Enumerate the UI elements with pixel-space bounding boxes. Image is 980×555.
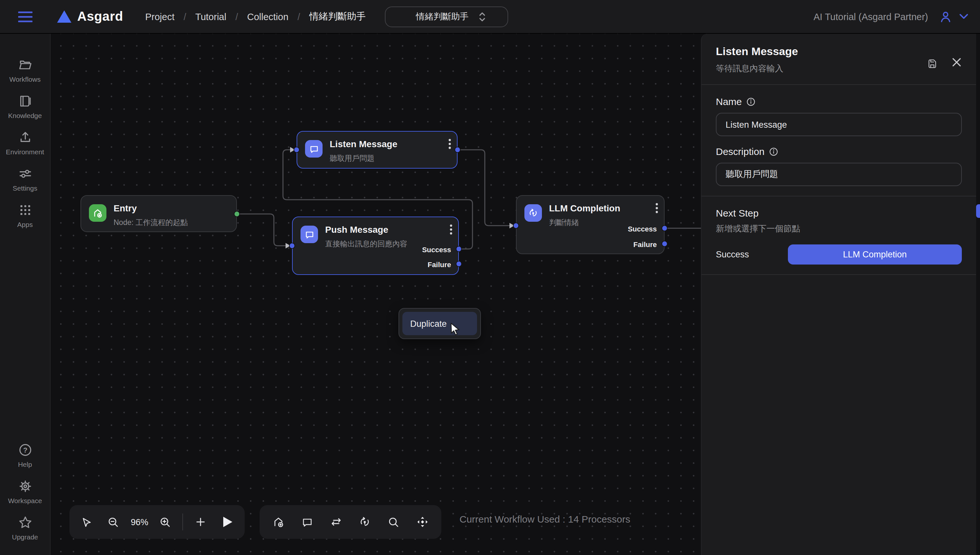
entry-home-plus-icon: [89, 204, 106, 222]
app-root: Asgard Project / Tutorial / Collection /…: [0, 0, 980, 555]
node-title: Push Message: [325, 225, 407, 236]
breadcrumb-tutorial[interactable]: Tutorial: [195, 11, 227, 22]
node-title: LLM Completion: [549, 203, 620, 214]
context-menu-item-label: Duplicate: [410, 319, 447, 329]
info-icon[interactable]: [769, 147, 778, 156]
sidebar-item-workspace[interactable]: Workspace: [0, 473, 50, 510]
sidebar-item-label: Environment: [6, 148, 44, 156]
fit-view-icon[interactable]: [412, 512, 432, 532]
node-title: Listen Message: [330, 139, 397, 150]
sidebar-item-workflows[interactable]: Workflows: [0, 52, 50, 88]
svg-text:?: ?: [23, 446, 27, 454]
output-label-failure: Failure: [428, 261, 451, 268]
chevron-updown-icon: [479, 11, 486, 22]
context-menu-item-duplicate[interactable]: Duplicate: [402, 312, 477, 335]
context-menu: Duplicate: [399, 308, 481, 339]
run-workflow-icon[interactable]: [218, 512, 237, 532]
sidebar-item-environment[interactable]: Environment: [0, 125, 50, 161]
node-llm-completion[interactable]: LLM Completion 判斷情緒 Success Failure: [516, 195, 665, 254]
node-subtitle: 聽取用戶問題: [330, 153, 397, 163]
message-node-tool-icon[interactable]: [298, 512, 317, 532]
save-icon[interactable]: [926, 57, 938, 69]
node-subtitle: Node: 工作流程的起點: [114, 218, 188, 227]
edge-arrowhead: [286, 243, 290, 249]
info-icon[interactable]: [747, 97, 755, 106]
next-step-title: Next Step: [716, 207, 962, 218]
navbar-right: AI Tutorial (Asgard Partner): [814, 10, 980, 24]
user-avatar-icon[interactable]: [938, 10, 953, 24]
breadcrumb-project[interactable]: Project: [145, 11, 174, 22]
panel-header: Listen Message 等待訊息內容輸入: [702, 34, 976, 85]
node-listen-message[interactable]: Listen Message 聽取用戶問題: [297, 131, 457, 168]
upload-icon: [17, 130, 33, 145]
breadcrumb-collection[interactable]: Collection: [247, 11, 288, 22]
canvas-toolbar-zoom: 96%: [69, 505, 245, 539]
pointer-tool-icon[interactable]: [77, 512, 97, 532]
node-title: Entry: [114, 203, 188, 214]
workflow-selector[interactable]: 情緒判斷助手: [385, 6, 509, 27]
brand-logo-icon: [57, 10, 71, 23]
sidebar-item-upgrade[interactable]: Upgrade: [0, 510, 50, 546]
breadcrumb: Project / Tutorial / Collection / 情緒判斷助手: [145, 10, 365, 23]
breadcrumb-separator: /: [298, 11, 300, 22]
sidebar-item-help[interactable]: ? Help: [0, 437, 50, 473]
kebab-menu-icon[interactable]: [654, 202, 660, 215]
next-step-section: Next Step 新增或選擇下一個節點 Success LLM Complet…: [702, 196, 976, 275]
node-subtitle: 判斷情緒: [549, 218, 620, 227]
sidebar-item-label: Workspace: [8, 497, 42, 504]
star-icon: [17, 515, 33, 530]
zoom-level[interactable]: 96%: [131, 517, 148, 527]
left-sidebar: Workflows Knowledge Environment Settings…: [0, 34, 51, 555]
node-push-message[interactable]: Push Message 直接輸出訊息的回應內容 Success Failure: [292, 217, 459, 275]
menu-icon[interactable]: [18, 11, 32, 22]
chevron-down-icon[interactable]: [959, 14, 968, 19]
sidebar-item-apps[interactable]: Apps: [0, 197, 50, 233]
name-input[interactable]: [716, 113, 962, 136]
panel-fields-section: Name Description: [702, 85, 976, 196]
output-label-success: Success: [422, 246, 451, 253]
entry-node-tool-icon[interactable]: [269, 512, 288, 532]
edge-listen-to-llm: [457, 150, 510, 226]
name-field-label: Name: [716, 96, 962, 107]
node-entry[interactable]: Entry Node: 工作流程的起點: [80, 195, 237, 232]
workflow-usage-status: Current Workflow Used : 14 Processors: [460, 513, 719, 525]
switch-node-tool-icon[interactable]: [327, 512, 346, 532]
apps-grid-icon: [17, 202, 33, 218]
sidebar-item-settings[interactable]: Settings: [0, 161, 50, 197]
toolbar-divider: [183, 513, 183, 530]
brand[interactable]: Asgard: [57, 9, 123, 24]
next-step-subtitle: 新增或選擇下一個節點: [716, 223, 962, 235]
canvas-toolbar-nodes: [260, 505, 441, 539]
description-label-text: Description: [716, 146, 764, 157]
question-circle-icon: ?: [17, 442, 33, 458]
next-step-target-button[interactable]: LLM Completion: [788, 244, 962, 265]
scroll-indicator[interactable]: [976, 204, 980, 218]
sidebar-item-label: Settings: [13, 184, 37, 192]
book-icon: [17, 93, 33, 109]
zoom-out-icon[interactable]: [104, 512, 123, 532]
sidebar-item-label: Workflows: [10, 75, 40, 83]
description-field-label: Description: [716, 146, 962, 157]
edge-entry-to-push: [237, 214, 286, 246]
brand-name: Asgard: [77, 9, 123, 24]
chat-bubble-icon: [305, 140, 323, 157]
breadcrumb-separator: /: [183, 11, 186, 22]
description-input[interactable]: [716, 163, 962, 186]
sidebar-item-label: Upgrade: [12, 533, 38, 541]
panel-title: Listen Message: [716, 45, 962, 58]
breadcrumb-current: 情緒判斷助手: [309, 10, 366, 23]
zoom-in-icon[interactable]: [156, 512, 175, 532]
kebab-menu-icon[interactable]: [447, 138, 452, 151]
account-label: AI Tutorial (Asgard Partner): [814, 11, 928, 22]
node-subtitle: 直接輸出訊息的回應內容: [325, 239, 407, 249]
workflow-selector-value: 情緒判斷助手: [416, 11, 468, 22]
search-icon[interactable]: [384, 512, 403, 532]
top-navbar: Asgard Project / Tutorial / Collection /…: [0, 0, 980, 34]
kebab-menu-icon[interactable]: [449, 223, 454, 236]
add-node-icon[interactable]: [191, 512, 210, 532]
name-label-text: Name: [716, 96, 742, 107]
sidebar-item-knowledge[interactable]: Knowledge: [0, 88, 50, 125]
sidebar-item-label: Apps: [17, 220, 33, 228]
llm-node-tool-icon[interactable]: [355, 512, 375, 532]
close-icon[interactable]: [951, 57, 962, 67]
